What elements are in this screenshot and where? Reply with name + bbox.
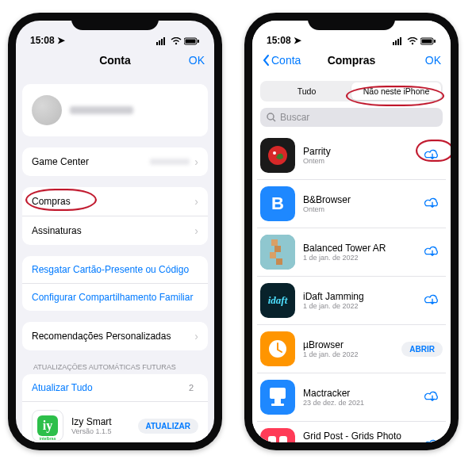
cloud-download-button[interactable] xyxy=(422,195,443,212)
row-redeem[interactable]: Resgatar Cartão-Presente ou Código xyxy=(22,256,208,283)
battery-icon xyxy=(184,37,200,45)
app-title: µBrowser xyxy=(303,339,393,350)
row-game-center[interactable]: Game Center › xyxy=(22,147,208,176)
chevron-right-icon: › xyxy=(194,224,198,237)
svg-rect-9 xyxy=(395,40,397,45)
svg-rect-6 xyxy=(186,39,196,43)
svg-rect-15 xyxy=(434,40,436,43)
ok-button[interactable]: OK xyxy=(425,54,441,67)
search-icon xyxy=(267,113,276,122)
svg-rect-29 xyxy=(268,436,276,442)
app-subtitle: Ontem xyxy=(303,205,414,213)
seg-not-on-iphone[interactable]: Não neste iPhone xyxy=(351,82,441,100)
cloud-download-button[interactable] xyxy=(422,243,443,261)
updates-group: Atualizar Tudo 2 iy intelbras Izy Smart … xyxy=(22,374,208,442)
svg-rect-28 xyxy=(271,404,284,406)
app-info: Mactracker23 de dez. de 2021 xyxy=(303,388,414,407)
svg-rect-30 xyxy=(279,436,287,442)
app-title: Parrity xyxy=(303,146,414,157)
svg-point-4 xyxy=(175,43,176,44)
segmented-control: Tudo Não neste iPhone xyxy=(260,81,443,101)
back-button[interactable]: Conta xyxy=(262,54,301,67)
svg-rect-10 xyxy=(397,39,399,45)
svg-rect-7 xyxy=(198,40,199,43)
svg-point-16 xyxy=(267,113,274,120)
back-label: Conta xyxy=(271,54,301,67)
app-list[interactable]: ParrityOntemBB&BrowserOntemBalanced Towe… xyxy=(252,132,451,442)
app-title: Mactracker xyxy=(303,388,414,399)
location-icon: ➤ xyxy=(57,35,65,46)
row-update-all[interactable]: Atualizar Tudo 2 xyxy=(22,374,208,401)
app-row[interactable]: Balanced Tower AR1 de jan. de 2022 xyxy=(257,228,446,276)
cloud-download-button[interactable] xyxy=(422,147,443,164)
app-title: Grid Post - Grids Photo Crop xyxy=(303,430,414,442)
app-icon: B xyxy=(260,186,295,221)
row-compras[interactable]: Compras › xyxy=(22,187,208,216)
wifi-icon xyxy=(171,37,182,45)
app-row[interactable]: Mactracker23 de dez. de 2021 xyxy=(257,373,446,421)
app-icon xyxy=(260,235,295,270)
row-recommendations[interactable]: Recomendações Personalizadas › xyxy=(22,322,208,350)
seg-tudo[interactable]: Tudo xyxy=(262,82,351,100)
section-header: ATUALIZAÇÕES AUTOMÁTICAS FUTURAS xyxy=(33,363,205,371)
app-row[interactable]: BB&BrowserOntem xyxy=(257,179,446,228)
link-label: Resgatar Cartão-Presente ou Código xyxy=(32,264,189,275)
row-family-sharing[interactable]: Configurar Compartilhamento Familiar xyxy=(22,283,208,311)
svg-rect-26 xyxy=(270,388,286,399)
app-row[interactable]: Grid Post - Grids Photo Crop9 de dez. de… xyxy=(257,421,446,442)
content-scroll[interactable]: Game Center › Compras › Assinaturas › xyxy=(16,73,214,442)
svg-rect-3 xyxy=(163,37,165,45)
svg-rect-23 xyxy=(270,252,276,258)
phone-frame-right: 15:08 ➤ Conta Compras OK Tudo Não neste … xyxy=(244,13,459,450)
chevron-right-icon: › xyxy=(194,155,198,168)
brand-label: intelbras xyxy=(40,436,56,441)
chevron-right-icon: › xyxy=(194,195,198,208)
app-subtitle: 23 de dez. de 2021 xyxy=(303,399,414,407)
svg-point-19 xyxy=(273,151,276,155)
app-info: B&BrowserOntem xyxy=(303,194,414,213)
search-input[interactable]: Buscar xyxy=(260,108,443,127)
profile-name-blurred xyxy=(70,106,133,114)
app-title: iDaft Jamming xyxy=(303,291,414,302)
app-subtitle: 1 de jan. de 2022 xyxy=(303,302,414,310)
app-row[interactable]: µBrowser1 de jan. de 2022ABRIR xyxy=(257,324,446,373)
svg-rect-27 xyxy=(274,399,281,404)
svg-rect-11 xyxy=(400,37,401,45)
update-button[interactable]: ATUALIZAR xyxy=(138,419,198,434)
game-center-group: Game Center › xyxy=(22,147,208,176)
app-title: B&Browser xyxy=(303,194,414,205)
row-assinaturas[interactable]: Assinaturas › xyxy=(22,216,208,245)
app-subtitle: 1 de jan. de 2022 xyxy=(303,350,393,358)
ok-button[interactable]: OK xyxy=(189,54,205,67)
cloud-download-button[interactable] xyxy=(422,388,443,406)
app-icon-izy: iy intelbras xyxy=(32,410,63,442)
app-icon xyxy=(260,380,295,415)
app-name: Izy Smart xyxy=(71,416,130,427)
app-subtitle: Ontem xyxy=(303,157,414,165)
profile-group xyxy=(22,84,208,136)
app-info: Grid Post - Grids Photo Crop9 de dez. de… xyxy=(303,430,414,442)
link-label: Atualizar Tudo xyxy=(32,382,189,393)
svg-rect-21 xyxy=(271,239,278,246)
signal-icon xyxy=(156,37,167,45)
update-app-row[interactable]: iy intelbras Izy Smart Versão 1.1.5 ATUA… xyxy=(22,401,208,442)
app-icon: idaft xyxy=(260,283,295,318)
app-row[interactable]: ParrityOntem xyxy=(257,132,446,179)
app-info: Balanced Tower AR1 de jan. de 2022 xyxy=(303,243,414,262)
notch xyxy=(71,13,159,30)
cloud-download-button[interactable] xyxy=(422,292,443,309)
app-icon xyxy=(260,428,295,442)
profile-row[interactable] xyxy=(22,84,208,136)
app-row[interactable]: idaftiDaft Jamming1 de jan. de 2022 xyxy=(257,276,446,324)
open-button[interactable]: ABRIR xyxy=(401,342,443,357)
svg-rect-2 xyxy=(161,39,163,45)
phone-frame-left: 15:08 ➤ Conta OK Game Center xyxy=(8,13,222,450)
app-title: Balanced Tower AR xyxy=(303,243,414,254)
svg-point-12 xyxy=(411,43,413,44)
signal-icon xyxy=(393,37,404,45)
status-time: 15:08 ➤ xyxy=(30,35,65,46)
app-version: Versão 1.1.5 xyxy=(71,427,130,435)
svg-rect-8 xyxy=(393,42,394,45)
purchases-group: Compras › Assinaturas › xyxy=(22,187,208,245)
cloud-download-button[interactable] xyxy=(422,437,443,442)
